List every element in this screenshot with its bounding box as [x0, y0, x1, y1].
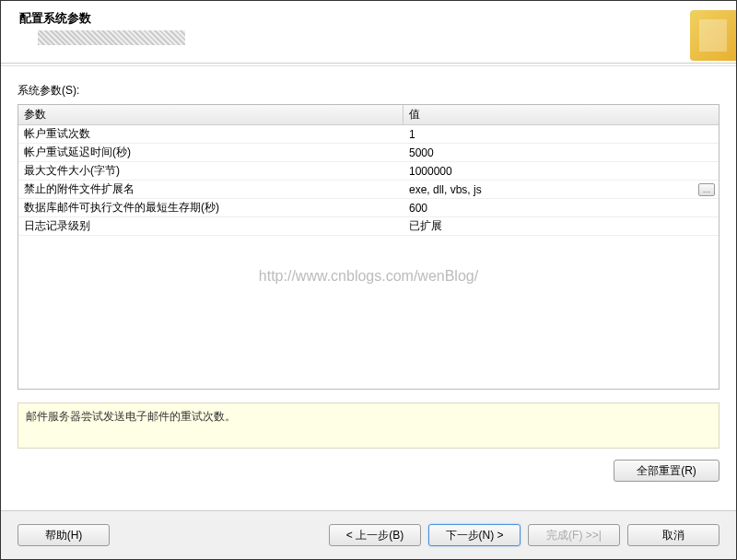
wizard-icon	[690, 10, 736, 61]
finish-button[interactable]: 完成(F) >>|	[528, 524, 620, 546]
back-button[interactable]: < 上一步(B)	[329, 524, 421, 546]
table-label: 系统参数(S):	[18, 83, 719, 99]
page-title: 配置系统参数	[19, 10, 718, 27]
param-value-cell[interactable]: 1	[404, 126, 719, 143]
content-area: 系统参数(S): 参数 值 帐户重试次数1帐户重试延迟时间(秒)5000最大文件…	[1, 66, 736, 397]
param-value-cell[interactable]: 5000	[404, 145, 719, 161]
table-header: 参数 值	[18, 105, 719, 125]
param-value-cell[interactable]: exe, dll, vbs, js…	[404, 181, 719, 198]
param-name-cell: 数据库邮件可执行文件的最短生存期(秒)	[18, 198, 404, 217]
param-value-text: exe, dll, vbs, js	[409, 183, 482, 196]
reset-row: 全部重置(R)	[1, 456, 736, 493]
param-value-text: 1	[409, 128, 415, 141]
param-value-text: 600	[409, 202, 427, 215]
description-text: 邮件服务器尝试发送电子邮件的重试次数。	[26, 410, 236, 423]
wizard-header: 配置系统参数	[1, 1, 736, 64]
table-row[interactable]: 禁止的附件文件扩展名exe, dll, vbs, js…	[18, 181, 719, 199]
description-panel: 邮件服务器尝试发送电子邮件的重试次数。	[18, 402, 719, 449]
col-header-value[interactable]: 值	[404, 104, 719, 125]
param-name-cell: 帐户重试延迟时间(秒)	[18, 143, 404, 162]
table-row[interactable]: 日志记录级别已扩展	[18, 217, 719, 236]
param-name-cell: 最大文件大小(字节)	[18, 161, 404, 181]
help-button[interactable]: 帮助(H)	[18, 524, 110, 546]
col-header-param[interactable]: 参数	[18, 104, 404, 125]
reset-all-button[interactable]: 全部重置(R)	[614, 460, 719, 482]
next-button[interactable]: 下一步(N) >	[428, 524, 521, 546]
param-value-text: 已扩展	[409, 218, 442, 234]
param-value-text: 5000	[409, 146, 434, 159]
cancel-button[interactable]: 取消	[627, 524, 719, 546]
ellipsis-button[interactable]: …	[698, 183, 715, 196]
page-subtitle-redacted	[38, 30, 185, 45]
param-name-cell: 帐户重试次数	[18, 124, 404, 144]
param-value-cell[interactable]: 已扩展	[404, 216, 719, 236]
table-row[interactable]: 数据库邮件可执行文件的最短生存期(秒)600	[18, 199, 719, 217]
table-row[interactable]: 帐户重试延迟时间(秒)5000	[18, 144, 719, 162]
param-value-text: 1000000	[409, 165, 452, 178]
param-name-cell: 日志记录级别	[18, 216, 404, 236]
param-value-cell[interactable]: 600	[404, 200, 719, 216]
table-row[interactable]: 帐户重试次数1	[18, 125, 719, 144]
param-value-cell[interactable]: 1000000	[404, 163, 719, 180]
params-table: 参数 值 帐户重试次数1帐户重试延迟时间(秒)5000最大文件大小(字节)100…	[18, 104, 719, 390]
table-row[interactable]: 最大文件大小(字节)1000000	[18, 162, 719, 181]
param-name-cell: 禁止的附件文件扩展名	[18, 180, 404, 199]
wizard-footer: 帮助(H) < 上一步(B) 下一步(N) > 完成(F) >>| 取消	[1, 510, 736, 559]
